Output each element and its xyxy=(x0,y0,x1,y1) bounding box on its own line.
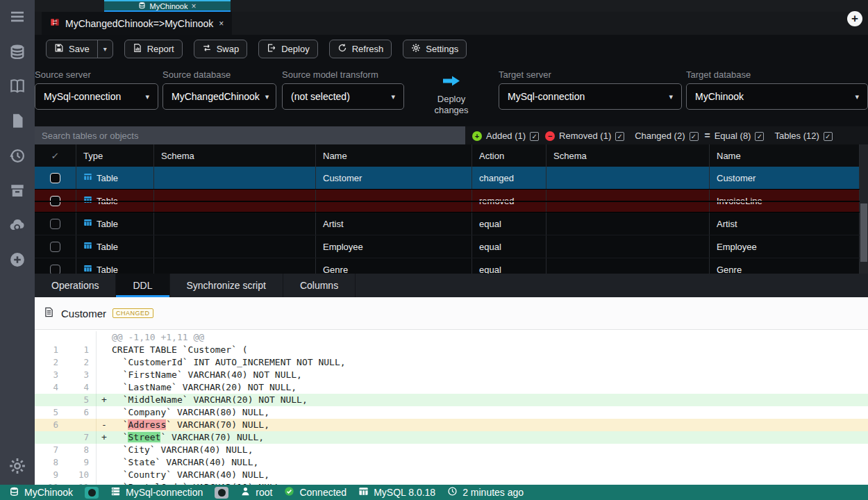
filter-checkbox[interactable]: ✓ xyxy=(690,131,699,141)
cloud-search-icon[interactable] xyxy=(8,216,26,234)
chevron-down-icon: ▾ xyxy=(669,92,673,101)
diff-text-post: ` VARCHAR(70) NULL, xyxy=(160,432,264,442)
schema-cell xyxy=(154,212,316,235)
diff-line: 11CREATE TABLE `Customer` ( xyxy=(35,344,868,356)
diff-marker xyxy=(97,469,112,481)
search-input[interactable] xyxy=(35,126,465,144)
filter-changed[interactable]: Changed (2)✓ xyxy=(631,131,698,141)
row-checkbox-cell xyxy=(35,235,76,258)
status-mysql-8-0-18: MySQL 8.0.18 xyxy=(358,486,435,499)
archive-icon[interactable] xyxy=(8,181,26,199)
name-value: Artist xyxy=(323,219,344,229)
row-checkbox[interactable] xyxy=(50,196,60,206)
book-icon[interactable] xyxy=(8,77,26,95)
type-cell: Table xyxy=(76,258,154,274)
type-cell: Table xyxy=(76,167,154,189)
row-checkbox[interactable] xyxy=(50,219,60,229)
table-row[interactable]: TableArtistequalArtist xyxy=(35,212,860,235)
filter-checkbox[interactable]: ✓ xyxy=(755,131,764,141)
save-options-caret[interactable]: ▾ xyxy=(97,40,112,58)
source-database-select[interactable]: MyChangedChinook▾ xyxy=(162,83,276,110)
new-line-number: 5 xyxy=(65,394,96,406)
diff-text-pre: `MiddleName` VARCHAR(20) NOT NULL, xyxy=(112,394,308,405)
filter-added[interactable]: +Added (1)✓ xyxy=(472,131,539,141)
filter-label: Tables (12) xyxy=(774,131,819,141)
file-icon[interactable] xyxy=(8,112,26,130)
source-server-select[interactable]: MySql-connection▾ xyxy=(35,83,158,110)
action-value: equal xyxy=(479,219,501,229)
diff-line-text: `Address` VARCHAR(70) NULL, xyxy=(112,419,269,431)
close-icon[interactable]: × xyxy=(219,19,224,28)
table-row[interactable]: TableGenreequalGenre xyxy=(35,258,860,274)
deploy-button[interactable]: Deploy xyxy=(258,40,317,58)
filter-bar: +Added (1)✓−Removed (1)✓Changed (2)✓=Equ… xyxy=(465,126,868,144)
filter-removed[interactable]: −Removed (1)✓ xyxy=(545,131,624,141)
row-checkbox-cell xyxy=(35,258,76,274)
type-cell: Table xyxy=(76,235,154,258)
filter-checkbox[interactable]: ✓ xyxy=(824,131,833,141)
target-server-select[interactable]: MySql-connection▾ xyxy=(499,83,682,110)
refresh-button-label: Refresh xyxy=(352,44,384,54)
status-connected: Connected xyxy=(284,486,347,499)
tab-columns[interactable]: Columns xyxy=(283,274,356,297)
tab-operations[interactable]: Operations xyxy=(35,274,116,297)
comparison-grid: ✓TypeSchemaNameActionSchemaName TableCus… xyxy=(35,144,868,274)
menu-icon[interactable] xyxy=(8,8,26,26)
row-checkbox[interactable] xyxy=(50,265,60,274)
diff-line-text: `LastName` VARCHAR(20) NOT NULL, xyxy=(112,381,297,394)
filter-checkbox[interactable]: ✓ xyxy=(615,131,624,141)
tab-schema-compare[interactable]: MyChangedChinook=>MyChinook × xyxy=(42,12,232,35)
save-button[interactable]: Save▾ xyxy=(46,40,113,58)
tab-ddl[interactable]: DDL xyxy=(116,274,169,297)
refresh-button[interactable]: Refresh xyxy=(329,40,392,58)
settings-button[interactable]: Settings xyxy=(403,40,467,58)
new-tab-button[interactable]: + xyxy=(847,11,862,26)
status-root: root xyxy=(240,486,272,499)
diff-line-text: @@ -1,10 +1,11 @@ xyxy=(112,331,204,344)
report-button[interactable]: Report xyxy=(124,40,183,58)
swap-icon xyxy=(202,43,212,55)
grid-scrollbar-thumb[interactable] xyxy=(860,203,867,262)
database-icon xyxy=(9,486,19,499)
swap-button[interactable]: Swap xyxy=(194,40,248,58)
document-tab-strip: MyChangedChinook=>MyChinook × xyxy=(35,12,868,35)
connection-panel: Source server Source database Source mod… xyxy=(35,62,868,126)
add-circle-icon[interactable] xyxy=(8,251,26,269)
diff-marker xyxy=(97,406,112,419)
status-label: root xyxy=(256,487,272,498)
database-stack-icon[interactable] xyxy=(8,42,26,60)
close-icon[interactable]: × xyxy=(192,2,197,10)
ddl-diff-viewer[interactable]: @@ -1,10 +1,11 @@11CREATE TABLE `Custome… xyxy=(35,330,868,485)
diff-line: 56 `Company` VARCHAR(80) NULL, xyxy=(35,406,868,419)
target-database-select[interactable]: MyChinook▾ xyxy=(686,83,868,110)
schema-cell xyxy=(154,167,316,189)
deploy-icon xyxy=(267,43,276,55)
filter-equal[interactable]: =Equal (8)✓ xyxy=(705,130,765,141)
target-server-label: Target server xyxy=(499,69,551,80)
grid-header-name: Name xyxy=(710,144,860,167)
filter-tables[interactable]: Tables (12)✓ xyxy=(770,131,832,141)
row-checkbox[interactable] xyxy=(50,242,60,252)
table-row[interactable]: TableCustomerchangedCustomer xyxy=(35,167,860,190)
target-schema-cell xyxy=(546,212,710,235)
deploy-direction-label: Deploy changes xyxy=(424,94,479,116)
row-checkbox[interactable] xyxy=(50,173,60,183)
tab-connection[interactable]: MyChinook × xyxy=(104,0,231,12)
diff-text-pre: `State` VARCHAR(40) NULL, xyxy=(112,457,258,467)
tab-synchronize-script[interactable]: Synchronize script xyxy=(170,274,283,297)
diff-line: 7+ `Street` VARCHAR(70) NULL, xyxy=(35,431,868,444)
table-row[interactable]: TableEmployeeequalEmployee xyxy=(35,235,860,258)
history-icon[interactable] xyxy=(8,147,26,165)
chevron-down-icon: ▾ xyxy=(145,92,149,101)
target-schema-cell xyxy=(546,258,710,274)
target-schema-cell xyxy=(546,190,710,212)
source-transform-select[interactable]: (not selected)▾ xyxy=(282,83,404,110)
gear-icon[interactable] xyxy=(8,457,26,475)
report-icon xyxy=(133,43,142,55)
grid-scrollbar[interactable] xyxy=(860,144,868,274)
status-mychinook: MyChinook xyxy=(9,486,73,499)
filter-checkbox[interactable]: ✓ xyxy=(530,131,539,141)
deploy-direction: Deploy changes xyxy=(415,75,487,116)
old-line-number: 2 xyxy=(35,356,65,369)
table-row[interactable]: TableremovedInvoiceLine xyxy=(35,190,860,212)
